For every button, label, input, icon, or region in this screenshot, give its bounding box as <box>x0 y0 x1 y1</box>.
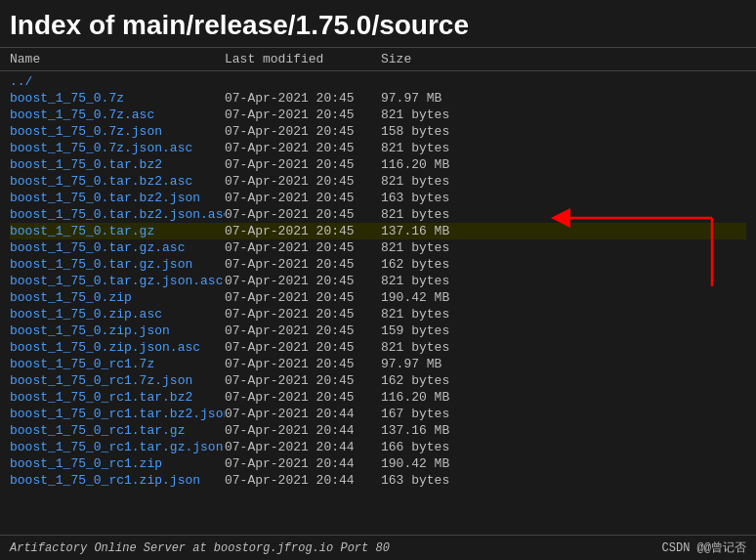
col-header-modified: Last modified <box>225 52 381 66</box>
file-link[interactable]: boost_1_75_0.7z <box>10 91 225 106</box>
file-link[interactable]: boost_1_75_0_rc1.tar.bz2.json <box>10 407 225 421</box>
file-date: 07-Apr-2021 20:45 <box>225 307 381 322</box>
table-header: Name Last modified Size <box>0 48 756 71</box>
file-date: 07-Apr-2021 20:44 <box>225 473 381 488</box>
page-footer: Artifactory Online Server at boostorg.jf… <box>0 535 756 560</box>
table-row: boost_1_75_0_rc1.tar.gz.json07-Apr-2021 … <box>10 439 746 455</box>
file-size: 159 bytes <box>381 323 498 338</box>
file-size: 163 bytes <box>381 473 498 488</box>
table-row: boost_1_75_0.zip.json07-Apr-2021 20:4515… <box>10 323 746 339</box>
file-link[interactable]: boost_1_75_0_rc1.tar.gz <box>10 423 225 438</box>
file-link[interactable]: boost_1_75_0.zip.json <box>10 323 225 338</box>
file-list: ../ boost_1_75_0.7z07-Apr-2021 20:4597.9… <box>0 71 756 535</box>
file-link[interactable]: boost_1_75_0.zip.asc <box>10 307 225 322</box>
table-row: boost_1_75_0_rc1.tar.bz207-Apr-2021 20:4… <box>10 389 746 406</box>
col-header-name: Name <box>10 52 225 66</box>
table-row: boost_1_75_0.tar.bz2.json.asc07-Apr-2021… <box>10 206 746 223</box>
file-date: 07-Apr-2021 20:45 <box>225 257 381 272</box>
file-link[interactable]: boost_1_75_0_rc1.tar.gz.json <box>10 440 225 454</box>
file-size: 158 bytes <box>381 124 498 139</box>
file-size: 821 bytes <box>381 207 498 222</box>
file-link[interactable]: boost_1_75_0.tar.gz.json.asc <box>10 274 225 288</box>
file-link[interactable]: boost_1_75_0.7z.json <box>10 124 225 139</box>
page-header: Index of main/release/1.75.0/source <box>0 0 756 48</box>
file-size: 137.16 MB <box>381 224 498 238</box>
file-link[interactable]: boost_1_75_0_rc1.7z <box>10 357 225 371</box>
file-date: 07-Apr-2021 20:45 <box>225 274 381 288</box>
file-link[interactable]: boost_1_75_0.7z.asc <box>10 108 225 122</box>
table-row: boost_1_75_0.zip07-Apr-2021 20:45190.42 … <box>10 289 746 306</box>
table-row: boost_1_75_0.tar.gz.json.asc07-Apr-2021 … <box>10 273 746 289</box>
file-date: 07-Apr-2021 20:45 <box>225 124 381 139</box>
file-size: 162 bytes <box>381 257 498 272</box>
file-link[interactable]: boost_1_75_0_rc1.7z.json <box>10 373 225 388</box>
parent-dir-link[interactable]: ../ <box>10 74 225 89</box>
table-row: boost_1_75_0_rc1.tar.gz07-Apr-2021 20:44… <box>10 422 746 439</box>
file-date: 07-Apr-2021 20:45 <box>225 373 381 388</box>
file-link[interactable]: boost_1_75_0.tar.bz2 <box>10 157 225 172</box>
file-date: 07-Apr-2021 20:45 <box>225 390 381 405</box>
file-size: 167 bytes <box>381 407 498 421</box>
file-link[interactable]: boost_1_75_0_rc1.tar.bz2 <box>10 390 225 405</box>
file-size: 190.42 MB <box>381 456 498 471</box>
file-size: 116.20 MB <box>381 157 498 172</box>
file-date: 07-Apr-2021 20:45 <box>225 240 381 255</box>
file-size: 821 bytes <box>381 174 498 189</box>
file-date: 07-Apr-2021 20:44 <box>225 440 381 454</box>
table-row: boost_1_75_0.zip.asc07-Apr-2021 20:45821… <box>10 306 746 323</box>
file-size: 821 bytes <box>381 307 498 322</box>
file-size: 821 bytes <box>381 274 498 288</box>
file-link[interactable]: boost_1_75_0.zip.json.asc <box>10 340 225 355</box>
file-date: 07-Apr-2021 20:45 <box>225 108 381 122</box>
table-row: boost_1_75_0.tar.gz.json07-Apr-2021 20:4… <box>10 256 746 273</box>
table-row: boost_1_75_0.7z.json.asc07-Apr-2021 20:4… <box>10 140 746 156</box>
table-row: boost_1_75_0_rc1.tar.bz2.json07-Apr-2021… <box>10 406 746 422</box>
footer-server-info: Artifactory Online Server at boostorg.jf… <box>10 541 390 555</box>
file-link[interactable]: boost_1_75_0_rc1.zip.json <box>10 473 225 488</box>
file-size: 162 bytes <box>381 373 498 388</box>
table-row: boost_1_75_0.tar.gz.asc07-Apr-2021 20:45… <box>10 239 746 256</box>
file-size: 821 bytes <box>381 340 498 355</box>
file-rows-container: boost_1_75_0.7z07-Apr-2021 20:4597.97 MB… <box>10 90 746 489</box>
file-date: 07-Apr-2021 20:44 <box>225 456 381 471</box>
file-size: 137.16 MB <box>381 423 498 438</box>
file-date: 07-Apr-2021 20:45 <box>225 207 381 222</box>
file-link[interactable]: boost_1_75_0.7z.json.asc <box>10 141 225 155</box>
table-row: boost_1_75_0.zip.json.asc07-Apr-2021 20:… <box>10 339 746 356</box>
file-date: 07-Apr-2021 20:45 <box>225 323 381 338</box>
file-link[interactable]: boost_1_75_0.tar.bz2.json <box>10 191 225 205</box>
file-link[interactable]: boost_1_75_0_rc1.zip <box>10 456 225 471</box>
file-link[interactable]: boost_1_75_0.tar.gz <box>10 224 225 238</box>
table-row: boost_1_75_0_rc1.zip07-Apr-2021 20:44190… <box>10 455 746 472</box>
file-date: 07-Apr-2021 20:44 <box>225 423 381 438</box>
table-row: boost_1_75_0.tar.bz207-Apr-2021 20:45116… <box>10 156 746 173</box>
file-date: 07-Apr-2021 20:45 <box>225 174 381 189</box>
file-size: 821 bytes <box>381 141 498 155</box>
file-date: 07-Apr-2021 20:44 <box>225 407 381 421</box>
file-size: 166 bytes <box>381 440 498 454</box>
table-row: boost_1_75_0.tar.bz2.json07-Apr-2021 20:… <box>10 190 746 206</box>
footer-brand: CSDN @@曾记否 <box>662 539 746 556</box>
file-date: 07-Apr-2021 20:45 <box>225 357 381 371</box>
file-size: 116.20 MB <box>381 390 498 405</box>
file-link[interactable]: boost_1_75_0.zip <box>10 290 225 305</box>
table-row: boost_1_75_0.7z.json07-Apr-2021 20:45158… <box>10 123 746 140</box>
file-link[interactable]: boost_1_75_0.tar.bz2.json.asc <box>10 207 225 222</box>
file-link[interactable]: boost_1_75_0.tar.bz2.asc <box>10 174 225 189</box>
file-size: 190.42 MB <box>381 290 498 305</box>
file-size: 821 bytes <box>381 240 498 255</box>
col-header-size: Size <box>381 52 498 66</box>
page-wrapper: Index of main/release/1.75.0/source Name… <box>0 0 756 560</box>
file-date: 07-Apr-2021 20:45 <box>225 191 381 205</box>
file-date: 07-Apr-2021 20:45 <box>225 290 381 305</box>
file-link[interactable]: boost_1_75_0.tar.gz.asc <box>10 240 225 255</box>
file-link[interactable]: boost_1_75_0.tar.gz.json <box>10 257 225 272</box>
table-row: boost_1_75_0.tar.bz2.asc07-Apr-2021 20:4… <box>10 173 746 190</box>
table-row: boost_1_75_0_rc1.7z.json07-Apr-2021 20:4… <box>10 372 746 389</box>
file-date: 07-Apr-2021 20:45 <box>225 91 381 106</box>
table-row: boost_1_75_0.7z.asc07-Apr-2021 20:45821 … <box>10 107 746 123</box>
file-size: 97.97 MB <box>381 91 498 106</box>
file-date: 07-Apr-2021 20:45 <box>225 340 381 355</box>
page-title: Index of main/release/1.75.0/source <box>10 10 746 41</box>
parent-dir-row: ../ <box>10 73 746 90</box>
